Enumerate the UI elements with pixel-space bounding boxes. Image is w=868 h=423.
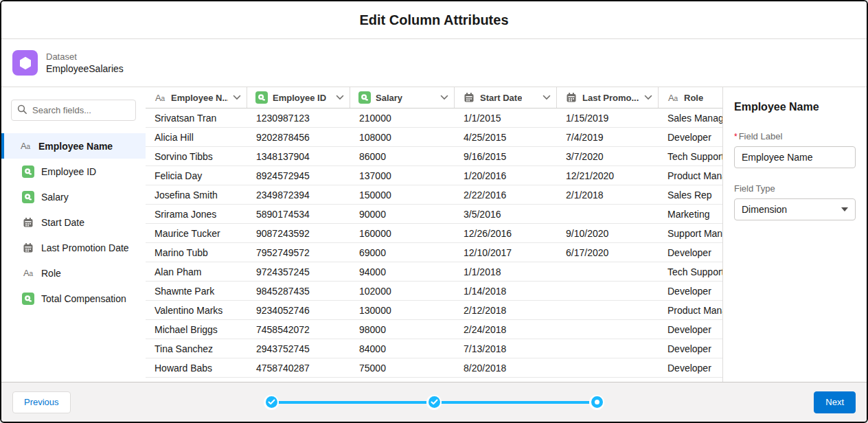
- table-cell: 7/13/2018: [455, 339, 557, 358]
- edit-column-attributes-modal: Edit Column Attributes Dataset EmployeeS…: [0, 0, 868, 423]
- table-cell: 2/22/2016: [455, 185, 557, 204]
- table-cell: 9845287435: [247, 282, 350, 300]
- progress-step-2-complete: [426, 395, 442, 410]
- field-item-label: Last Promotion Date: [41, 242, 129, 253]
- search-fields-input[interactable]: [11, 100, 136, 121]
- table-cell: 12/10/2017: [455, 243, 557, 262]
- table-cell: [557, 282, 659, 300]
- column-menu-chevron-icon[interactable]: [233, 95, 241, 100]
- table-cell: 160000: [350, 224, 455, 242]
- field-label-input[interactable]: [734, 146, 856, 168]
- table-cell: 98000: [350, 320, 455, 339]
- table-cell: 130000: [350, 301, 455, 319]
- column-menu-chevron-icon[interactable]: [440, 95, 448, 100]
- table-cell: 4/25/2015: [455, 128, 557, 146]
- column-header-salary: Salary: [350, 87, 455, 108]
- fields-sidebar: AaEmployee NameEmployee IDSalaryStart Da…: [1, 87, 146, 382]
- sidebar-field-last-promotion-date[interactable]: Last Promotion Date: [1, 235, 146, 260]
- field-item-label: Employee ID: [41, 166, 96, 177]
- column-header-label: Employee N...: [171, 93, 228, 103]
- dataset-text: Dataset EmployeeSalaries: [46, 52, 124, 74]
- table-row: Shawnte Park98452874351020001/14/2018Dev…: [146, 282, 722, 301]
- field-item-label: Total Compensation: [41, 293, 126, 304]
- column-header-label: Start Date: [480, 93, 522, 103]
- dataset-name: EmployeeSalaries: [46, 63, 124, 74]
- sidebar-field-total-compensation[interactable]: Total Compensation: [1, 286, 146, 311]
- column-menu-chevron-icon[interactable]: [336, 95, 344, 100]
- column-header-employee-n: AaEmployee N...: [146, 87, 247, 108]
- table-cell: [557, 320, 659, 339]
- table-row: Josefina Smith23498723941500002/22/20162…: [146, 185, 722, 205]
- next-button[interactable]: Next: [814, 391, 856, 413]
- table-cell: Howard Babs: [146, 358, 247, 377]
- table-cell: Support Manager: [659, 224, 722, 242]
- dimension-icon: Aa: [22, 268, 34, 277]
- table-cell: Srivatsan Tran: [146, 108, 247, 127]
- table-cell: 8/20/2018: [455, 358, 557, 377]
- table-cell: 150000: [350, 185, 455, 204]
- measure-icon: [22, 293, 34, 305]
- table-cell: 102000: [350, 282, 455, 300]
- table-cell: Alan Pham: [146, 262, 247, 281]
- table-cell: Maurice Tucker: [146, 224, 247, 242]
- sidebar-field-start-date[interactable]: Start Date: [1, 209, 146, 235]
- table-cell: Marino Tubb: [146, 243, 247, 262]
- table-row: Srirama Jones5890174534900003/5/2016Mark…: [146, 205, 722, 224]
- table-cell: 1/1/2015: [455, 108, 557, 127]
- table-cell: 2943752745: [247, 339, 350, 358]
- measure-icon: [22, 165, 34, 178]
- dimension-icon: Aa: [667, 93, 679, 102]
- previous-button[interactable]: Previous: [12, 391, 71, 413]
- table-cell: 3/7/2020: [557, 147, 659, 165]
- table-cell: Developer: [659, 339, 722, 358]
- table-cell: 210000: [350, 108, 455, 127]
- table-cell: 94000: [350, 262, 455, 281]
- column-header-label: Salary: [376, 93, 402, 103]
- table-cell: 1/1/2018: [455, 262, 557, 281]
- column-header-start-date: Start Date: [455, 87, 557, 108]
- table-cell: 2/1/2018: [557, 185, 659, 204]
- field-type-value: Dimension: [742, 204, 787, 215]
- column-menu-chevron-icon[interactable]: [542, 95, 551, 100]
- table-row: Michael Briggs7458542072980002/24/2018De…: [146, 320, 722, 339]
- dimension-icon: Aa: [154, 93, 166, 102]
- field-type-label: Field Type: [734, 183, 856, 194]
- step-complete-check-icon: [429, 396, 440, 408]
- column-header-label: Role: [684, 93, 703, 103]
- table-cell: 2/12/2018: [455, 301, 557, 319]
- sidebar-field-employee-name[interactable]: AaEmployee Name: [1, 133, 146, 159]
- field-list: AaEmployee NameEmployee IDSalaryStart Da…: [1, 133, 146, 311]
- dataset-type-label: Dataset: [46, 52, 124, 62]
- table-cell: 75000: [350, 358, 455, 377]
- required-asterisk: *: [734, 132, 738, 141]
- table-row: Valentino Marks92340527461300002/12/2018…: [146, 301, 722, 320]
- table-cell: Alicia Hill: [146, 128, 247, 146]
- sidebar-field-salary[interactable]: Salary: [1, 184, 146, 209]
- step-complete-check-icon: [266, 396, 277, 408]
- field-type-select[interactable]: Dimension: [734, 198, 856, 220]
- table-cell: 7458542072: [247, 320, 350, 339]
- attributes-panel-title: Employee Name: [734, 101, 856, 113]
- table-cell: 12/21/2020: [557, 166, 659, 185]
- table-cell: 4758740287: [247, 358, 350, 377]
- table-cell: 86000: [350, 147, 455, 165]
- sidebar-field-role[interactable]: AaRole: [1, 260, 146, 286]
- table-cell: 9234052746: [247, 301, 350, 319]
- table-cell: 2349872394: [247, 185, 350, 204]
- dataset-strip: Dataset EmployeeSalaries: [1, 39, 867, 87]
- table-cell: [557, 358, 659, 377]
- table-cell: 7/4/2019: [557, 128, 659, 146]
- table-cell: Sales Manager: [659, 108, 722, 127]
- table-row: Srivatsan Tran12309871232100001/1/20151/…: [146, 108, 722, 128]
- sidebar-field-employee-id[interactable]: Employee ID: [1, 159, 146, 184]
- modal-title: Edit Column Attributes: [359, 12, 508, 28]
- table-cell: Product Manager: [659, 301, 722, 319]
- table-cell: Josefina Smith: [146, 185, 247, 204]
- field-item-label: Employee Name: [38, 141, 113, 152]
- column-menu-chevron-icon[interactable]: [644, 95, 652, 100]
- date-icon: [565, 91, 578, 104]
- column-header-role: AaRole: [659, 87, 722, 108]
- search-icon: [17, 104, 27, 117]
- table-cell: 6/17/2020: [557, 243, 659, 262]
- dimension-icon: Aa: [19, 141, 32, 150]
